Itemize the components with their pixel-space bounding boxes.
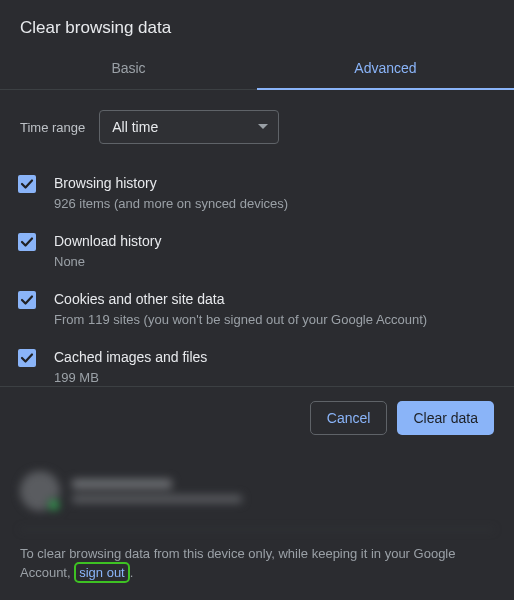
item-subtitle: From 119 sites (you won't be signed out … bbox=[54, 311, 496, 329]
tabs: Basic Advanced bbox=[0, 48, 514, 90]
avatar bbox=[20, 471, 60, 511]
footer-text-part2: . bbox=[130, 565, 134, 580]
checkbox-cookies[interactable] bbox=[18, 291, 36, 309]
cancel-button[interactable]: Cancel bbox=[310, 401, 388, 435]
checkbox-download-history[interactable] bbox=[18, 233, 36, 251]
item-title: Download history bbox=[54, 231, 496, 251]
clear-data-button[interactable]: Clear data bbox=[397, 401, 494, 435]
time-range-select[interactable]: All time bbox=[99, 110, 279, 144]
dialog-footer: To clear browsing data from this device … bbox=[0, 449, 514, 600]
sign-out-link[interactable]: sign out bbox=[74, 562, 130, 583]
time-range-value: All time bbox=[112, 119, 158, 135]
chevron-down-icon bbox=[258, 124, 268, 130]
status-online-icon bbox=[47, 498, 61, 512]
dialog-title: Clear browsing data bbox=[0, 0, 514, 48]
footer-text: To clear browsing data from this device … bbox=[20, 544, 494, 582]
checkbox-cached-images[interactable] bbox=[18, 349, 36, 367]
list-item: Browsing history 926 items (and more on … bbox=[18, 164, 496, 222]
account-email-redacted bbox=[72, 495, 242, 503]
time-range-row: Time range All time bbox=[0, 90, 514, 164]
item-subtitle: 926 items (and more on synced devices) bbox=[54, 195, 496, 213]
list-item: Cookies and other site data From 119 sit… bbox=[18, 280, 496, 338]
account-row bbox=[20, 463, 494, 530]
checkbox-browsing-history[interactable] bbox=[18, 175, 36, 193]
dialog-buttons: Cancel Clear data bbox=[0, 386, 514, 449]
item-title: Browsing history bbox=[54, 173, 496, 193]
item-title: Cached images and files bbox=[54, 347, 496, 367]
item-subtitle: 199 MB bbox=[54, 369, 496, 386]
item-subtitle: None bbox=[54, 253, 496, 271]
account-name-redacted bbox=[72, 479, 172, 489]
tab-basic[interactable]: Basic bbox=[0, 48, 257, 89]
time-range-label: Time range bbox=[20, 120, 85, 135]
list-item: Cached images and files 199 MB bbox=[18, 338, 496, 386]
data-type-list: Browsing history 926 items (and more on … bbox=[0, 164, 514, 386]
clear-browsing-data-dialog: Clear browsing data Basic Advanced Time … bbox=[0, 0, 514, 600]
item-title: Cookies and other site data bbox=[54, 289, 496, 309]
tab-advanced[interactable]: Advanced bbox=[257, 48, 514, 89]
list-item: Download history None bbox=[18, 222, 496, 280]
